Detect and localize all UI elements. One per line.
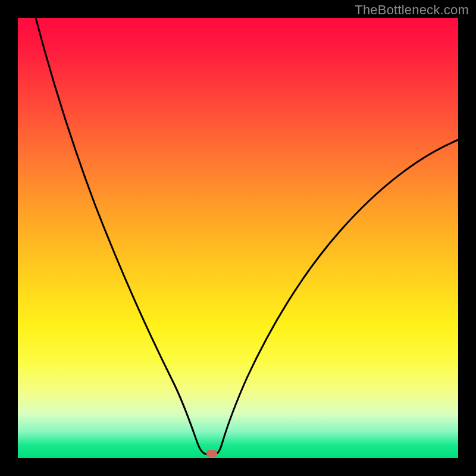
- bottleneck-marker: [206, 450, 217, 457]
- plot-area: [18, 18, 458, 458]
- watermark-text: TheBottleneck.com: [355, 2, 469, 18]
- chart-frame: TheBottleneck.com: [0, 0, 476, 476]
- curve-svg: [18, 18, 458, 458]
- bottleneck-curve-path: [36, 18, 458, 454]
